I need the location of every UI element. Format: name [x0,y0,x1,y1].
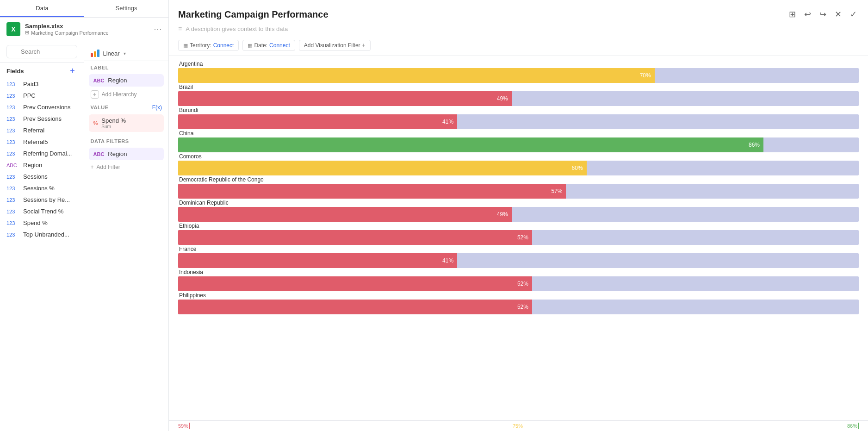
field-item[interactable]: 123Prev Conversions [0,101,84,113]
fx-button[interactable]: F(x) [152,104,162,111]
chart-bar[interactable]: 86% [178,137,763,152]
field-type-label: 123 [6,93,19,99]
tab-data[interactable]: Data [0,0,84,17]
field-item[interactable]: 123Sessions by Re... [0,194,84,206]
search-bar: 🔍 [0,41,84,62]
chart-bar-container: 52% [178,230,859,245]
chart-bar-container: 86% [178,137,859,152]
footer-mid-value: 75% [513,423,523,429]
description-icon: ≡ [178,25,182,32]
footer-mid: 75% [513,423,524,429]
redo-button[interactable]: ↪ [818,7,828,21]
value-tag[interactable]: % Spend % Sum [89,114,164,132]
chart-row: Ethiopia52% [178,223,859,245]
viz-chevron-icon: ▾ [124,51,126,56]
main-title-row: Marketing Campaign Performance ⊞ ↩ ↪ ✕ ✓ [178,7,859,21]
percent-icon: % [93,120,98,126]
field-name-label: Sessions [23,173,48,180]
filter-chip-territory[interactable]: ▦ Territory: Connect [178,40,239,51]
field-item[interactable]: 123Paid3 [0,78,84,90]
field-name-label: Prev Sessions [23,115,62,122]
field-item[interactable]: 123Referral [0,125,84,136]
chart-bar[interactable]: 49% [178,207,512,222]
label-tag[interactable]: ABC Region [89,74,164,87]
left-split: 🔍 Fields + 123Paid3123PPC123Prev Convers… [0,41,168,431]
field-item[interactable]: 123Referral5 [0,136,84,148]
footer-left: 59% [178,423,190,429]
filter-tag-text: Region [108,150,127,157]
value-tag-text: Spend % [101,117,126,124]
field-item[interactable]: 123Prev Sessions [0,113,84,125]
chart-bar-container: 57% [178,184,859,199]
chart-bar[interactable]: 41% [178,253,457,268]
chart-bar-label: 52% [517,234,528,241]
chart-country-label: Ethiopia [178,223,859,229]
file-sub: ⊞ Marketing Campaign Performance [25,30,149,36]
add-filter-button[interactable]: + Add Filter [84,162,169,172]
value-header: VALUE F(x) [84,100,169,112]
page-title: Marketing Campaign Performance [178,9,329,20]
territory-value: Connect [213,42,234,49]
file-section: X Samples.xlsx ⊞ Marketing Campaign Perf… [0,18,168,41]
description-row: ≡ A description gives context to this da… [178,25,859,36]
field-item[interactable]: 123Top Unbranded... [0,229,84,240]
confirm-button[interactable]: ✓ [848,7,859,21]
field-item[interactable]: 123Sessions % [0,182,84,194]
file-icon: X [6,22,20,36]
field-item[interactable]: 123Referring Domai... [0,148,84,159]
field-name-label: Region [23,162,42,169]
tab-bar: Data Settings [0,0,168,18]
field-name-label: Prev Conversions [23,104,71,111]
footer-right-divider [858,423,859,429]
chart-bar[interactable]: 41% [178,114,457,129]
file-menu-button[interactable]: ⋯ [154,24,162,34]
chart-bar[interactable]: 60% [178,161,587,175]
field-name-label: Referring Domai... [23,150,72,157]
viz-selector[interactable]: Linear ▾ [84,46,169,61]
chart-bar-label: 60% [572,165,583,171]
field-type-label: 123 [6,232,19,237]
field-name-label: Sessions % [23,185,55,192]
search-input[interactable] [6,45,77,58]
filter-chip-date[interactable]: ▦ Date: Connect [242,40,295,51]
close-button[interactable]: ✕ [833,7,843,21]
footer-right: 86% [847,423,859,429]
chart-row: Dominican Republic49% [178,200,859,222]
chart-bar[interactable]: 52% [178,276,532,291]
date-icon: ▦ [248,43,252,49]
tab-settings[interactable]: Settings [84,0,168,17]
value-tag-info: Spend % Sum [101,117,126,129]
field-item[interactable]: 123PPC [0,90,84,101]
add-hierarchy-button[interactable]: + Add Hierarchy [84,88,169,100]
field-item[interactable]: 123Social Trend % [0,206,84,217]
field-item[interactable]: ABCRegion [0,159,84,171]
data-filters-title: DATA FILTERS [84,134,169,146]
config-section: Linear ▾ LABEL ABC Region + Add Hierarch… [84,41,169,431]
date-value: Connect [269,42,290,49]
chart-bar[interactable]: 49% [178,91,512,106]
chart-bar[interactable]: 57% [178,184,566,199]
chart-country-label: Argentina [178,61,859,67]
chart-country-label: Indonesia [178,269,859,275]
chart-bar-container: 70% [178,68,859,83]
field-item[interactable]: 123Sessions [0,171,84,182]
grid-button[interactable]: ⊞ [787,7,798,21]
chart-bar-label: 52% [517,304,528,310]
add-field-button[interactable]: + [68,66,77,75]
abc-icon: ABC [93,78,105,83]
chart-bar[interactable]: 52% [178,300,532,314]
chart-country-label: Dominican Republic [178,200,859,206]
chart-row: China86% [178,130,859,152]
field-item[interactable]: 123Spend % [0,217,84,229]
chart-bar[interactable]: 52% [178,230,532,245]
chart-footer: 59% 75% 86% [169,420,868,431]
filter-tag[interactable]: ABC Region [89,148,164,160]
chart-bar[interactable]: 70% [178,68,655,83]
label-tag-text: Region [108,77,127,84]
add-hierarchy-label: Add Hierarchy [102,91,137,98]
add-viz-filter-button[interactable]: Add Visualization Filter + [299,40,371,51]
undo-button[interactable]: ↩ [802,7,813,21]
chart-bar-label: 41% [442,257,453,264]
chart-row: Philippines52% [178,292,859,314]
add-viz-filter-plus-icon: + [362,42,366,49]
